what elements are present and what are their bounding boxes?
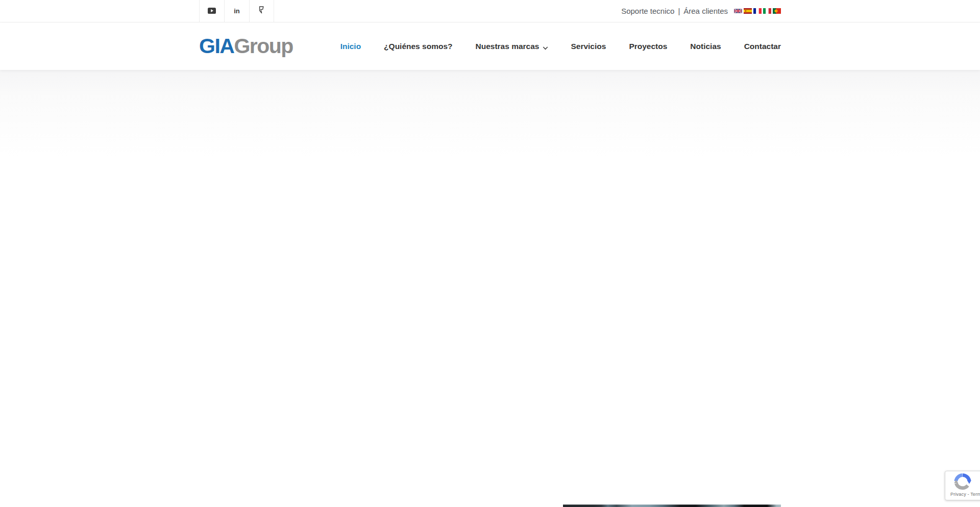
recaptcha-badge[interactable]: Privacy - Terms (945, 471, 980, 500)
header-container: GIAGroup Inicio ¿Quiénes somos? Nuestras… (199, 22, 781, 70)
topbar-divider: | (678, 7, 680, 15)
logo-text-gia: GIA (199, 34, 234, 58)
language-portuguese-flag-icon[interactable] (773, 8, 781, 14)
foursquare-icon (259, 6, 264, 16)
top-bar-container: in Soporte tecnico | Área clientes (199, 0, 781, 22)
language-switcher (732, 8, 781, 14)
nav-item-nuestras-marcas[interactable]: Nuestras marcas (475, 42, 548, 51)
nav-item-inicio[interactable]: Inicio (340, 42, 361, 51)
social-links: in (199, 0, 274, 22)
youtube-link[interactable] (199, 0, 224, 22)
foursquare-link[interactable] (249, 0, 274, 22)
recaptcha-icon (954, 473, 971, 491)
top-utility-bar: in Soporte tecnico | Área clientes (0, 0, 980, 22)
main-content-area (0, 70, 980, 507)
nav-item-nuestras-marcas-label: Nuestras marcas (475, 42, 539, 51)
linkedin-icon: in (234, 7, 240, 15)
nav-item-contactar[interactable]: Contactar (744, 42, 781, 51)
nav-item-quienes-somos[interactable]: ¿Quiénes somos? (384, 42, 452, 51)
nav-item-proyectos[interactable]: Proyectos (629, 42, 667, 51)
language-french-flag-icon[interactable] (753, 8, 762, 14)
below-fold-image-strip (563, 504, 781, 507)
nav-item-noticias[interactable]: Noticias (690, 42, 721, 51)
chevron-down-icon (543, 44, 548, 50)
logo-text-group: Group (234, 34, 292, 58)
language-english-flag-icon[interactable] (734, 8, 742, 14)
main-navigation: Inicio ¿Quiénes somos? Nuestras marcas S… (340, 42, 781, 51)
linkedin-link[interactable]: in (224, 0, 249, 22)
language-italian-flag-icon[interactable] (763, 8, 771, 14)
recaptcha-privacy-terms[interactable]: Privacy - Terms (950, 492, 980, 497)
site-logo[interactable]: GIAGroup (199, 34, 293, 58)
site-header: GIAGroup Inicio ¿Quiénes somos? Nuestras… (0, 22, 980, 70)
youtube-icon (208, 7, 216, 16)
top-bar-right: Soporte tecnico | Área clientes (621, 7, 781, 15)
client-area-link[interactable]: Área clientes (683, 7, 728, 15)
language-spanish-flag-icon[interactable] (744, 8, 752, 14)
nav-item-servicios[interactable]: Servicios (571, 42, 606, 51)
support-link[interactable]: Soporte tecnico (621, 7, 674, 15)
page: in Soporte tecnico | Área clientes (0, 0, 980, 507)
